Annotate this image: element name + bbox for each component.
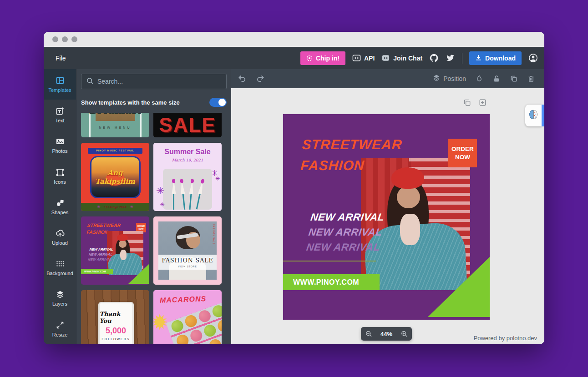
position-label: Position <box>443 75 466 82</box>
macarons-title: MACARONS <box>160 295 207 305</box>
download-button[interactable]: Download <box>469 51 522 65</box>
starburst-icon <box>153 314 168 332</box>
takipsilim-header: PINOY MUSIC FESTIVAL <box>88 148 142 154</box>
template-takipsilim[interactable]: PINOY MUSIC FESTIVAL Ang Takipsilim ✳ 12… <box>81 143 149 211</box>
api-label: API <box>364 55 375 62</box>
download-icon <box>475 55 482 61</box>
arrival-line: NEW ARRIVAL <box>308 225 383 240</box>
minimize-window-button[interactable] <box>62 36 68 42</box>
join-chat-label: Join Chat <box>393 55 422 62</box>
duplicate-page-button[interactable] <box>463 98 471 107</box>
sale-title: SALE <box>153 114 222 136</box>
zoom-out-icon[interactable] <box>365 330 372 337</box>
man-photo: FASHION SALE VIS™ STORE FASHION SALE <box>158 221 217 280</box>
thank-you-line3: FOLLOWERS <box>102 337 130 341</box>
titlebar <box>44 32 544 47</box>
fashion-sale-title: FASHION SALE <box>162 257 213 264</box>
extension-button[interactable] <box>525 105 542 126</box>
add-page-button[interactable] <box>478 98 487 107</box>
background-icon <box>56 259 65 268</box>
fashion-sale-subtitle: VIS™ STORE <box>178 265 197 268</box>
asterisk-icon: ✳ <box>97 205 101 209</box>
sidebar-item-resize[interactable]: Resize <box>44 314 76 344</box>
api-button[interactable]: API <box>352 54 375 62</box>
undo-button[interactable] <box>238 74 247 83</box>
asterisk-icon: ✳ <box>156 185 164 197</box>
file-menu[interactable]: File <box>56 55 66 62</box>
asterisk-icon: ✳ <box>130 205 134 209</box>
sidebar-item-label: Background <box>46 271 73 276</box>
template-streetwear[interactable]: STREETWEAR FASHION ORDER NOW NEW ARRIVAL… <box>81 216 149 285</box>
tablet-frame: Thank You 5,000 FOLLOWERS <box>98 302 134 345</box>
app-window: File Chip in! API Join Chat <box>44 32 544 344</box>
sidebar-item-shapes[interactable]: Shapes <box>44 191 76 222</box>
template-sale[interactable]: SALE <box>153 113 222 137</box>
layers-icon <box>56 290 65 299</box>
transparency-button[interactable] <box>475 75 483 83</box>
join-chat-button[interactable]: Join Chat <box>381 54 422 62</box>
duplicate-button[interactable] <box>510 75 518 83</box>
position-button[interactable]: Position <box>432 74 466 84</box>
upload-icon <box>56 229 65 238</box>
canvas-toolbar: Position <box>231 69 544 88</box>
streetwear-thumb-url: WWW.PINOY.COM <box>81 269 113 274</box>
zoom-in-icon[interactable] <box>400 330 408 337</box>
design-title[interactable]: STREETWEAR FASHION <box>300 134 403 176</box>
sidebar-item-label: Photos <box>52 148 67 154</box>
sidebar-item-label: Shapes <box>51 210 68 215</box>
breakfast-title: Breakfast <box>81 113 149 116</box>
template-macarons[interactable]: MACARONS <box>153 290 222 344</box>
redo-button[interactable] <box>256 74 265 83</box>
same-size-toggle[interactable] <box>209 98 227 107</box>
top-app-bar: File Chip in! API Join Chat <box>44 47 544 69</box>
sidebar-item-label: Layers <box>52 301 67 307</box>
lock-button[interactable] <box>492 75 501 83</box>
delete-button[interactable] <box>527 75 535 83</box>
sidebar-item-background[interactable]: Background <box>44 252 76 283</box>
arrival-line: NEW ARRIVAL <box>305 240 381 255</box>
templates-scroll-area[interactable]: Breakfast NEW MENU SALE PINOY MUSIC FEST… <box>81 113 227 344</box>
toolbar-separator <box>462 53 462 64</box>
new-arrival-block[interactable]: NEW ARRIVAL NEW ARRIVAL NEW ARRIVAL <box>305 210 385 255</box>
template-breakfast[interactable]: Breakfast NEW MENU <box>81 113 149 137</box>
design-page[interactable]: STREETWEAR FASHION ORDER NOW NEW ARRIVAL… <box>283 114 490 320</box>
summer-date: March 19, 2021 <box>153 158 222 162</box>
template-fashion-sale[interactable]: FASHION SALE VIS™ STORE FASHION SALE <box>153 216 222 285</box>
resize-icon <box>56 321 65 330</box>
sidebar-item-photos[interactable]: Photos <box>44 130 76 161</box>
github-icon[interactable] <box>429 53 439 63</box>
sidebar-item-icons[interactable]: Icons <box>44 161 76 191</box>
twitter-icon[interactable] <box>446 53 455 63</box>
sidebar-item-label: Text <box>55 118 64 123</box>
same-size-toggle-label: Show templates with the same size <box>81 99 180 106</box>
discord-icon <box>381 54 390 62</box>
template-summer-sale[interactable]: Summer Sale March 19, 2021 ✳ ✳ ✳ ✳ <box>153 143 222 211</box>
sidebar-item-upload[interactable]: Upload <box>44 222 76 252</box>
summer-title: Summer Sale <box>153 148 222 156</box>
workspace[interactable]: STREETWEAR FASHION ORDER NOW NEW ARRIVAL… <box>231 88 544 344</box>
thank-you-line1: Thank You <box>100 311 132 324</box>
search-input[interactable] <box>97 78 222 85</box>
sidebar-item-label: Upload <box>52 240 68 246</box>
website-url-bar[interactable]: WWW.PINOY.COM <box>283 274 380 290</box>
breakfast-subtitle: NEW MENU <box>81 126 149 129</box>
fashion-side-label: FASHION SALE <box>213 224 215 245</box>
asterisk-icon: ✳ <box>215 176 220 182</box>
order-now-badge[interactable]: ORDER NOW <box>448 139 477 167</box>
zoom-window-button[interactable] <box>71 36 77 42</box>
templates-icon <box>56 76 65 85</box>
takipsilim-title: Ang Takipsilim <box>81 169 149 186</box>
macarons-photo <box>166 297 222 344</box>
sidebar-item-layers[interactable]: Layers <box>44 283 76 313</box>
zoom-level: 44% <box>380 331 392 337</box>
template-thank-you[interactable]: Thank You 5,000 FOLLOWERS <box>81 290 149 344</box>
sidebar-item-text[interactable]: Text <box>44 100 76 130</box>
icons-icon <box>56 168 65 177</box>
thank-you-line2: 5,000 <box>106 326 126 336</box>
code-icon <box>352 54 361 62</box>
sidebar-item-templates[interactable]: Templates <box>44 69 76 100</box>
sidebar-item-label: Templates <box>48 87 71 93</box>
user-avatar-icon[interactable] <box>528 53 538 63</box>
chip-in-button[interactable]: Chip in! <box>300 51 345 65</box>
close-window-button[interactable] <box>52 36 58 42</box>
